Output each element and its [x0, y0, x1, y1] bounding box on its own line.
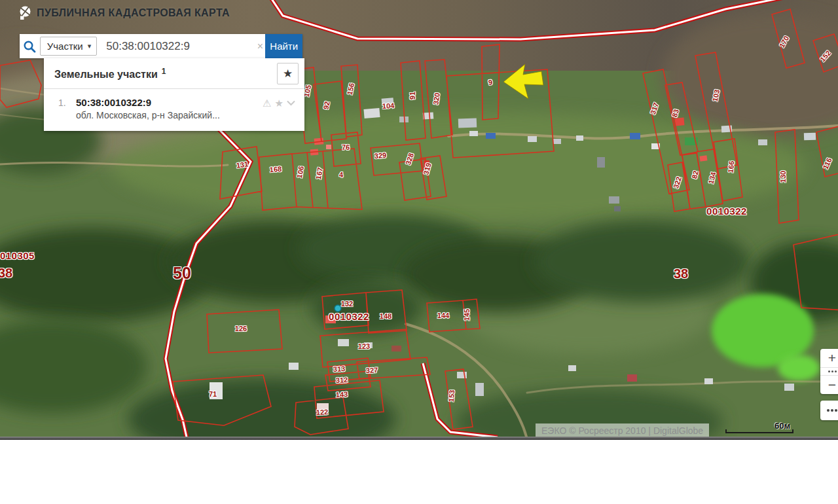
star-icon: ★	[283, 67, 293, 81]
cadastral-map-app: 1311681061674763293283191059215610491320…	[0, 0, 838, 504]
scale-label: 60м	[774, 421, 790, 431]
parcel-label: 312	[336, 376, 348, 384]
quarter-label: 50	[173, 265, 191, 281]
clear-search-icon[interactable]: ×	[255, 41, 265, 52]
parcel-label: 168	[269, 166, 282, 173]
result-cadastral-number: 50:38:0010322:9	[76, 97, 220, 108]
result-actions: ⚠ ★	[263, 98, 295, 108]
quarter-label: 0010322	[329, 312, 369, 321]
parcel-label: 71	[209, 391, 217, 398]
parcel-label: 153	[448, 389, 456, 402]
quarter-label: 38	[674, 267, 688, 280]
result-index: 1.	[58, 97, 76, 120]
zoom-in-button[interactable]: +	[820, 349, 838, 367]
results-header: Земельные участки1 ★	[44, 58, 304, 89]
search-category-dropdown[interactable]: Участки ▾	[40, 37, 98, 56]
parcel-label: 130	[780, 171, 787, 183]
parcel-label: 148	[380, 313, 392, 320]
parcel-label: 145	[464, 309, 471, 321]
parcel-label: 122	[316, 408, 329, 416]
rosreestr-logo-icon	[20, 6, 31, 20]
parcel-label: 144	[437, 312, 449, 319]
result-item[interactable]: 1. 50:38:0010322:9 обл. Московская, р-н …	[44, 89, 304, 131]
results-title: Земельные участки	[54, 69, 158, 80]
expand-chevron-icon[interactable]	[287, 100, 295, 106]
parcel-label: 313	[333, 365, 346, 373]
parcel-label: 327	[366, 367, 378, 374]
zoom-level-widget[interactable]	[820, 367, 838, 376]
parcel-label: 132	[341, 300, 353, 308]
parcel-label: 4	[339, 171, 343, 179]
search-results-panel: Земельные участки1 ★ 1. 50:38:0010322:9 …	[44, 58, 304, 131]
parcel-label: 166	[727, 160, 736, 173]
quarter-label: 0010305	[0, 251, 35, 261]
parcel-label: 329	[374, 152, 386, 160]
page-background	[0, 440, 838, 504]
zoom-controls: + −	[820, 349, 838, 394]
app-header: ПУБЛИЧНАЯ КАДАСТРОВАЯ КАРТА	[20, 6, 230, 20]
warning-icon[interactable]: ⚠	[263, 98, 271, 108]
search-input[interactable]	[98, 34, 255, 58]
find-button[interactable]: Найти	[265, 34, 302, 58]
parcel-label: 123	[358, 343, 370, 350]
search-bar: Участки ▾ × Найти	[20, 34, 302, 58]
parcel-label: 143	[336, 391, 348, 399]
favorite-star-icon[interactable]: ★	[275, 98, 283, 108]
parcel-label: 126	[235, 325, 247, 333]
quarter-label: 0010322	[706, 206, 747, 216]
favorites-button[interactable]: ★	[277, 63, 299, 84]
chevron-down-icon: ▾	[88, 42, 92, 50]
search-category-label: Участки	[47, 41, 83, 52]
quarter-label: 38	[0, 266, 12, 279]
results-count: 1	[162, 67, 166, 76]
map-attribution: ЕЭКО © Росреестр 2010 | DigitalGlobe	[536, 423, 709, 437]
parcel-label: 91	[409, 92, 416, 99]
search-icon[interactable]	[20, 40, 40, 53]
result-address: обл. Московская, р-н Зарайский...	[76, 110, 220, 120]
zoom-out-button[interactable]: −	[820, 376, 838, 394]
app-title: ПУБЛИЧНАЯ КАДАСТРОВАЯ КАРТА	[37, 7, 230, 19]
parcel-label: 104	[382, 102, 395, 110]
more-tools-button[interactable]	[820, 401, 838, 420]
parcel-label: 76	[342, 144, 350, 151]
